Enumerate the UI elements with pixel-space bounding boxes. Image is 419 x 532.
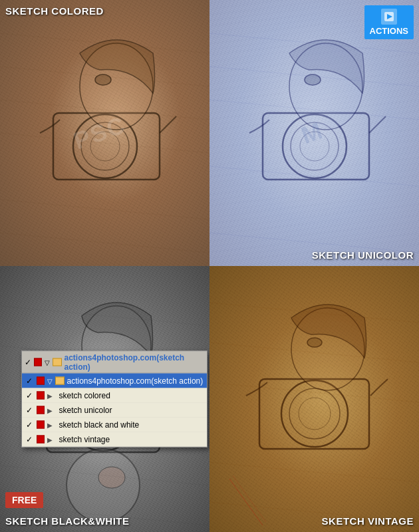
- row-label-0: actions4photoshop.com(sketch action): [67, 376, 204, 386]
- row-collapse-0: ▽: [47, 377, 53, 384]
- panel-header-label: actions4photoshop.com(sketch action): [65, 353, 204, 372]
- actions-label: ACTIONS: [370, 26, 409, 36]
- row-label-3: sketch black and white: [59, 420, 204, 430]
- sketch-bw-title: SKETCH BLACK&WHITE: [5, 515, 130, 527]
- svg-point-43: [307, 338, 322, 347]
- row-check-1: ✓: [25, 391, 34, 400]
- row-play-3: ▶: [47, 421, 57, 428]
- row-red-1: [37, 392, 45, 400]
- svg-point-41: [299, 398, 331, 430]
- row-check-0: ✓: [25, 376, 34, 386]
- sketch-colored-title: SKETCH COLORED: [5, 5, 104, 17]
- sketch-unicolor-title: SKETCH UNICOLOR: [312, 249, 414, 261]
- actions-icon: [381, 9, 397, 25]
- panel-red-sq: [34, 358, 42, 366]
- panel-checkmark: ✓: [25, 358, 31, 367]
- actions-row-3[interactable]: ✓ ▶ sketch black and white: [22, 418, 207, 432]
- svg-point-40: [289, 388, 340, 439]
- row-red-0: [37, 377, 45, 385]
- svg-point-15: [300, 132, 329, 161]
- svg-line-10: [0, 200, 210, 219]
- panel-folder-icon: [53, 358, 62, 366]
- free-badge: FREE: [5, 492, 43, 508]
- actions-badge: ACTIONS: [364, 5, 414, 39]
- row-red-4: [37, 436, 45, 444]
- row-red-2: [37, 406, 45, 414]
- row-check-4: ✓: [25, 435, 34, 444]
- cell-sketch-unicolor: m ACTIONS SKETCH UNICOLOR: [210, 0, 419, 266]
- row-check-2: ✓: [25, 406, 34, 415]
- panel-collapse-icon: ▽: [45, 358, 50, 366]
- sketch-vintage-title: SKETCH VINTAGE: [322, 515, 414, 527]
- row-red-3: [37, 421, 45, 429]
- row-play-2: ▶: [47, 406, 57, 414]
- svg-line-50: [233, 475, 266, 522]
- cell-sketch-bw: psc ✓ ▽ actions4photoshop.com(sketch act…: [0, 266, 210, 532]
- svg-point-3: [90, 132, 120, 161]
- row-play-1: ▶: [47, 392, 57, 399]
- svg-point-30: [98, 467, 125, 488]
- main-grid: psc SKETCH COLORED m: [0, 0, 419, 532]
- cell-sketch-colored: psc SKETCH COLORED: [0, 0, 210, 266]
- svg-line-9: [0, 133, 210, 153]
- svg-point-17: [305, 74, 321, 85]
- row-folder-0: [55, 377, 65, 385]
- actions-row-4[interactable]: ✓ ▶ sketch vintage: [22, 432, 207, 447]
- actions-panel: ✓ ▽ actions4photoshop.com(sketch action)…: [21, 351, 208, 448]
- actions-row-1[interactable]: ✓ ▶ sketch colored: [22, 388, 207, 403]
- actions-row-0[interactable]: ✓ ▽ actions4photoshop.com(sketch action): [22, 374, 207, 388]
- row-check-3: ✓: [25, 420, 34, 430]
- row-play-4: ▶: [47, 436, 57, 443]
- cell-sketch-vintage: m SKETCH VINTAGE: [210, 266, 419, 532]
- row-label-2: sketch unicolor: [59, 406, 204, 415]
- svg-line-49: [229, 479, 263, 525]
- svg-line-21: [210, 166, 419, 186]
- actions-panel-header: ✓ ▽ actions4photoshop.com(sketch action): [22, 352, 207, 374]
- svg-point-5: [95, 74, 111, 85]
- row-label-1: sketch colored: [59, 391, 204, 400]
- svg-line-11: [0, 233, 210, 253]
- row-label-4: sketch vintage: [59, 435, 204, 444]
- actions-row-2[interactable]: ✓ ▶ sketch unicolor: [22, 403, 207, 418]
- svg-line-47: [210, 462, 419, 482]
